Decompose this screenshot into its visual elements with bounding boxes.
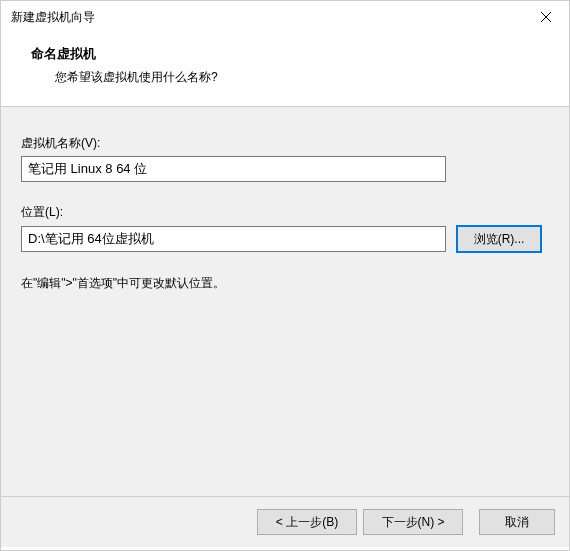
- vm-name-input[interactable]: [21, 156, 446, 182]
- location-input[interactable]: [21, 226, 446, 252]
- back-button[interactable]: < 上一步(B): [257, 509, 357, 535]
- wizard-footer: < 上一步(B) 下一步(N) > 取消: [1, 497, 569, 547]
- location-row: 浏览(R)...: [21, 225, 549, 253]
- page-title: 命名虚拟机: [31, 45, 545, 63]
- titlebar: 新建虚拟机向导: [1, 1, 569, 33]
- name-field-group: 虚拟机名称(V):: [21, 135, 549, 182]
- close-button[interactable]: [523, 1, 569, 33]
- location-field-group: 位置(L): 浏览(R)...: [21, 204, 549, 253]
- vm-name-label: 虚拟机名称(V):: [21, 135, 549, 152]
- wizard-content: 虚拟机名称(V): 位置(L): 浏览(R)... 在"编辑">"首选项"中可更…: [1, 107, 569, 497]
- browse-button[interactable]: 浏览(R)...: [456, 225, 542, 253]
- page-subtitle: 您希望该虚拟机使用什么名称?: [55, 69, 545, 86]
- wizard-header: 命名虚拟机 您希望该虚拟机使用什么名称?: [1, 33, 569, 107]
- next-button[interactable]: 下一步(N) >: [363, 509, 463, 535]
- close-icon: [541, 12, 551, 22]
- location-label: 位置(L):: [21, 204, 549, 221]
- location-hint: 在"编辑">"首选项"中可更改默认位置。: [21, 275, 549, 292]
- cancel-button[interactable]: 取消: [479, 509, 555, 535]
- window-title: 新建虚拟机向导: [11, 9, 95, 26]
